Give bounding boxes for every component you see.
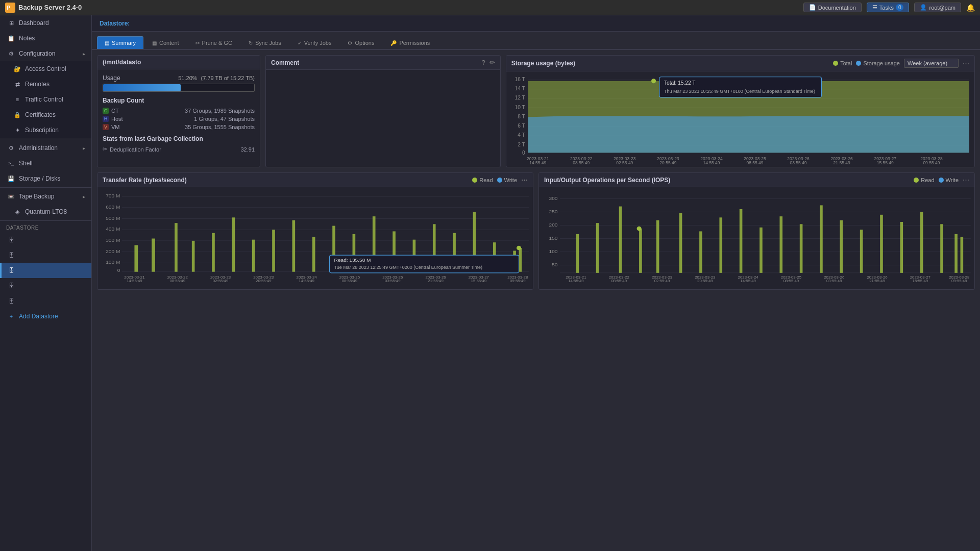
svg-text:21:55:49: 21:55:49	[428, 279, 444, 283]
add-datastore-button[interactable]: + Add Datastore	[0, 309, 91, 324]
backup-count-title: Backup Count	[103, 97, 255, 104]
week-selector[interactable]: Week (average)	[904, 59, 959, 68]
logo: P Backup Server 2.4-0	[5, 3, 82, 13]
sidebar-datastore-3[interactable]: 🗄	[0, 263, 91, 278]
svg-rect-140	[954, 234, 958, 273]
tab-sync-label: Sync Jobs	[255, 40, 281, 46]
tab-permissions[interactable]: 🔑 Permissions	[383, 36, 437, 49]
svg-point-22	[651, 79, 656, 83]
svg-rect-83	[519, 248, 522, 272]
svg-text:14:55:49: 14:55:49	[299, 279, 314, 283]
backup-count-section: Backup Count C CT 37 Groups, 1989 Snapsh…	[103, 97, 255, 131]
sidebar-item-label: Certificates	[25, 111, 56, 118]
svg-text:21:55:49: 21:55:49	[869, 279, 885, 283]
tasks-button[interactable]: ☰ Tasks 0	[867, 3, 910, 12]
sidebar-item-certificates[interactable]: 🔒 Certificates	[0, 107, 91, 122]
sidebar-item-label: Notes	[19, 35, 35, 42]
widget-row-top: (/mnt/datasto Usage 51.20% (7.79 TB of 1…	[97, 55, 975, 167]
svg-text:10 T: 10 T	[514, 104, 525, 110]
iops-legend-read[interactable]: Read	[914, 177, 934, 183]
write-dot	[497, 178, 502, 183]
ct-type-icon: C	[103, 108, 109, 114]
svg-rect-124	[639, 229, 642, 273]
sidebar-item-label: Dashboard	[19, 19, 49, 27]
transfer-settings-icon[interactable]: ⋯	[521, 176, 528, 184]
storage-legend-usage[interactable]: Storage usage	[856, 60, 900, 66]
help-icon[interactable]: ?	[481, 59, 485, 66]
svg-text:08:55:49: 08:55:49	[169, 279, 185, 283]
sidebar: ⊞ Dashboard 📋 Notes ⚙ Configuration 🔐 Ac…	[0, 15, 92, 551]
tab-prune-gc[interactable]: ✂ Prune & GC	[188, 36, 240, 49]
sidebar-item-label: Traffic Control	[25, 96, 63, 103]
svg-text:20:55:49: 20:55:49	[256, 279, 272, 283]
sidebar-item-subscription[interactable]: ✦ Subscription	[0, 122, 91, 138]
sidebar-item-remotes[interactable]: ⇄ Remotes	[0, 77, 91, 92]
traffic-icon: ≡	[14, 96, 21, 103]
usage-label: Usage	[103, 74, 120, 82]
storage-usage-widget: Storage usage (bytes) Total Storage usag…	[506, 55, 975, 167]
sidebar-datastore-4[interactable]: 🗄	[0, 278, 91, 293]
sidebar-item-shell[interactable]: >_ Shell	[0, 156, 91, 171]
sidebar-item-administration[interactable]: ⚙ Administration	[0, 140, 91, 156]
iops-chart-title: Input/Output Operations per Second (IOPS…	[544, 177, 670, 184]
sidebar-item-traffic-control[interactable]: ≡ Traffic Control	[0, 92, 91, 107]
sync-tab-icon: ↻	[249, 40, 253, 46]
sidebar-item-tape-backup[interactable]: 📼 Tape Backup	[0, 189, 91, 204]
add-datastore-label: Add Datastore	[19, 313, 58, 320]
sidebar-datastore-2[interactable]: 🗄	[0, 247, 91, 263]
datastore-icon: 🗄	[8, 297, 15, 305]
proxmox-logo-icon: P	[5, 3, 15, 13]
sidebar-item-storage-disks[interactable]: 💾 Storage / Disks	[0, 171, 91, 186]
tabbar: ▤ Summary ▦ Content ✂ Prune & GC ↻ Sync …	[92, 32, 980, 50]
iops-read-dot	[914, 178, 919, 183]
svg-text:300 M: 300 M	[106, 237, 120, 243]
sidebar-datastore-1[interactable]: 🗄	[0, 232, 91, 247]
transfer-legend-read[interactable]: Read	[472, 177, 493, 183]
svg-rect-128	[719, 217, 722, 273]
sidebar-item-notes[interactable]: 📋 Notes	[0, 31, 91, 46]
storage-legend-total[interactable]: Total	[833, 60, 852, 66]
iops-chart-svg: 300 250 200 150 100 50	[542, 190, 972, 287]
svg-text:12 T: 12 T	[514, 95, 525, 101]
datastore-section-header: Datastore	[0, 222, 91, 232]
tab-summary[interactable]: ▤ Summary	[97, 36, 143, 49]
iops-legend-write[interactable]: Write	[939, 177, 959, 183]
sidebar-item-label: Quantum-LTO8	[25, 208, 67, 215]
documentation-button[interactable]: 📄 Documentation	[803, 3, 862, 12]
transfer-legend-write[interactable]: Write	[497, 177, 517, 183]
tab-options[interactable]: ⚙ Options	[340, 36, 382, 49]
tab-content[interactable]: ▦ Content	[144, 36, 187, 49]
info-widget-header: (/mnt/datasto	[97, 56, 260, 69]
sidebar-datastore-5[interactable]: 🗄	[0, 293, 91, 309]
vm-type-icon: V	[103, 124, 109, 130]
datastore-icon: 🗄	[8, 267, 15, 274]
sidebar-item-label: Remotes	[25, 81, 50, 88]
svg-text:02:55:49: 02:55:49	[213, 279, 229, 283]
sidebar-item-dashboard[interactable]: ⊞ Dashboard	[0, 15, 91, 31]
svg-text:Thu Mar 23 2023 10:25:49 GMT+0: Thu Mar 23 2023 10:25:49 GMT+0100 (Centr…	[664, 89, 815, 94]
sidebar-item-access-control[interactable]: 🔐 Access Control	[0, 61, 91, 77]
svg-text:150: 150	[549, 235, 558, 241]
sidebar-item-configuration[interactable]: ⚙ Configuration	[0, 46, 91, 61]
ct-label: CT	[111, 108, 119, 114]
tab-permissions-label: Permissions	[399, 40, 430, 46]
host-label: Host	[111, 116, 123, 122]
svg-text:14:55:49: 14:55:49	[127, 279, 142, 283]
svg-rect-129	[740, 209, 743, 273]
sidebar-item-quantum-lto8[interactable]: ◈ Quantum-LTO8	[0, 204, 91, 219]
comment-edit-icon[interactable]: ✏	[489, 59, 495, 66]
tab-sync-jobs[interactable]: ↻ Sync Jobs	[241, 36, 289, 49]
tab-verify-jobs[interactable]: ✓ Verify Jobs	[290, 36, 339, 49]
topbar-left: P Backup Server 2.4-0	[5, 3, 82, 13]
user-button[interactable]: 👤 root@pam	[914, 3, 961, 12]
svg-rect-139	[940, 224, 943, 273]
svg-text:21:55:49: 21:55:49	[833, 160, 850, 164]
svg-text:P: P	[7, 5, 10, 11]
svg-rect-123	[619, 207, 622, 273]
notification-icon[interactable]: 🔔	[966, 4, 975, 12]
transfer-rate-widget: Transfer Rate (bytes/second) Read Write …	[97, 172, 533, 290]
storage-settings-icon[interactable]: ⋯	[963, 60, 969, 67]
usage-percent: 51.20% (7.79 TB of 15.22 TB)	[178, 75, 255, 81]
iops-settings-icon[interactable]: ⋯	[963, 176, 969, 184]
tab-options-label: Options	[355, 40, 374, 46]
